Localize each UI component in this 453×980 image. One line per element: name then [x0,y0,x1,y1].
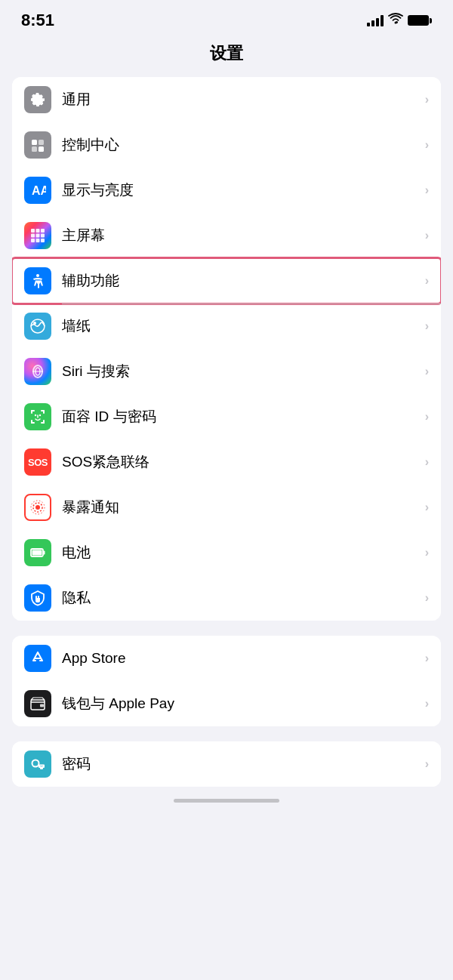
sidebar-item-wallpaper[interactable]: 墙纸 › [12,304,441,349]
svg-rect-7 [36,229,40,233]
svg-point-28 [35,414,36,416]
home-screen-label: 主屏幕 [62,226,425,245]
sos-label: SOS紧急联络 [62,452,425,472]
sidebar-item-app-store[interactable]: App Store › [12,636,441,681]
svg-rect-8 [41,229,45,233]
svg-rect-12 [31,239,35,242]
home-bar [174,799,279,803]
chevron-icon: › [425,501,429,514]
toggle-icon [24,131,51,159]
sidebar-item-face-id[interactable]: 面容 ID 与密码 › [12,394,441,439]
page-header: 设置 [0,36,453,77]
accessibility-label: 辅助功能 [62,271,425,291]
svg-text:AA: AA [32,184,46,197]
chevron-icon: › [425,410,429,424]
sos-icon: SOS [24,448,51,476]
sidebar-item-sos[interactable]: SOS SOS紧急联络 › [12,439,441,485]
svg-point-16 [33,322,36,325]
settings-group-2: App Store › 钱包与 Apple Pay › [12,636,441,726]
general-label: 通用 [62,90,425,109]
svg-rect-6 [31,229,35,233]
wallpaper-label: 墙纸 [62,316,425,336]
sidebar-item-home-screen[interactable]: 主屏幕 › [12,213,441,258]
svg-rect-3 [32,146,37,152]
chevron-icon: › [425,365,429,378]
sidebar-item-siri[interactable]: Siri 与搜索 › [12,349,441,394]
privacy-icon [24,584,51,612]
sidebar-item-general[interactable]: 通用 › [12,77,441,122]
svg-point-0 [395,22,397,24]
svg-point-29 [39,414,41,416]
siri-label: Siri 与搜索 [62,362,425,381]
chevron-icon: › [425,183,429,197]
sidebar-item-privacy[interactable]: 隐私 › [12,575,441,621]
home-indicator [0,787,453,809]
sidebar-item-battery[interactable]: 电池 › [12,530,441,575]
display-label: 显示与亮度 [62,180,425,200]
face-id-label: 面容 ID 与密码 [62,407,425,427]
face-id-icon [24,403,51,430]
sidebar-item-passwords[interactable]: 密码 › [12,741,441,787]
svg-rect-24 [31,410,32,414]
svg-rect-10 [36,234,40,238]
accessibility-icon [24,267,51,294]
battery-icon [408,15,432,26]
status-bar: 8:51 [0,0,453,36]
display-icon: AA [24,177,51,204]
svg-rect-26 [31,420,32,424]
wallpaper-icon [24,313,51,340]
chevron-icon: › [425,757,429,771]
chevron-icon: › [425,319,429,333]
settings-group-3: 密码 › [12,741,441,787]
svg-rect-9 [31,234,35,238]
home-screen-icon [24,222,51,249]
status-icons [367,13,432,28]
settings-group-1: 通用 › 控制中心 › AA 显示与亮度 › [12,77,441,621]
exposure-icon [24,494,51,521]
battery-label: 电池 [62,543,425,562]
wallet-icon [24,690,51,717]
app-store-label: App Store [62,650,425,667]
svg-rect-2 [39,140,44,145]
svg-rect-11 [41,234,45,238]
chevron-icon: › [425,138,429,152]
sidebar-item-exposure[interactable]: 暴露通知 › [12,485,441,530]
privacy-label: 隐私 [62,588,425,608]
exposure-label: 暴露通知 [62,498,425,517]
svg-rect-35 [43,551,45,555]
sidebar-item-accessibility[interactable]: 辅助功能 › [12,258,441,304]
chevron-icon: › [425,697,429,710]
svg-rect-27 [43,420,45,424]
chevron-icon: › [425,274,429,288]
svg-rect-1 [32,140,37,145]
key-icon [24,750,51,778]
sidebar-item-control-center[interactable]: 控制中心 › [12,122,441,168]
passwords-label: 密码 [62,754,425,774]
gear-icon [24,86,51,113]
wallet-label: 钱包与 Apple Pay [62,694,425,713]
svg-point-31 [35,505,40,510]
sidebar-item-wallet[interactable]: 钱包与 Apple Pay › [12,681,441,726]
battery-settings-icon [24,539,51,566]
svg-point-15 [36,274,39,277]
svg-point-39 [32,760,39,767]
status-time: 8:51 [21,11,54,30]
chevron-icon: › [425,591,429,605]
page-title: 设置 [0,42,453,65]
wifi-icon [388,13,403,28]
svg-rect-13 [36,239,40,242]
svg-rect-36 [32,550,42,556]
app-store-icon [24,645,51,672]
svg-rect-38 [40,704,44,707]
chevron-icon: › [425,455,429,469]
chevron-icon: › [425,652,429,665]
sidebar-item-display[interactable]: AA 显示与亮度 › [12,168,441,213]
signal-icon [367,14,384,26]
svg-rect-14 [41,239,45,242]
siri-icon [24,358,51,385]
chevron-icon: › [425,229,429,242]
control-center-label: 控制中心 [62,135,425,155]
chevron-icon: › [425,93,429,106]
chevron-icon: › [425,546,429,559]
svg-rect-4 [39,146,44,152]
